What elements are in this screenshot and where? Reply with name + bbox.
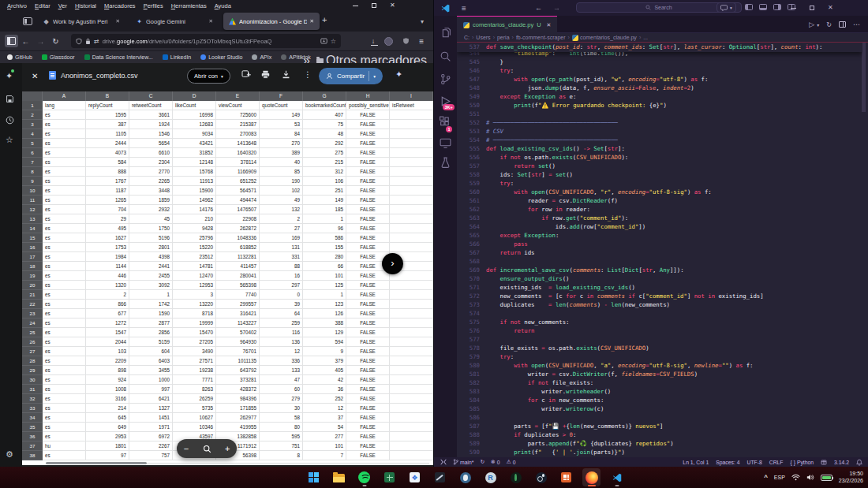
row-number[interactable]: 34 <box>22 413 43 423</box>
cell[interactable]: es <box>43 309 86 319</box>
cell[interactable]: 2 <box>260 214 303 224</box>
bookmark-github[interactable]: GitHub <box>7 54 32 60</box>
cell[interactable] <box>390 233 433 243</box>
cell[interactable]: 898 <box>86 366 129 375</box>
cell[interactable]: 9428 <box>173 224 216 233</box>
cell[interactable]: FALSE <box>346 375 390 385</box>
cell[interactable]: 7 <box>303 451 346 460</box>
cell[interactable]: 43421 <box>173 139 216 148</box>
account-shield-icon[interactable] <box>402 37 410 45</box>
maximize-icon[interactable] <box>372 3 376 8</box>
cell[interactable]: FALSE <box>346 110 390 120</box>
cell[interactable]: 595 <box>260 432 303 441</box>
cell[interactable]: 101 <box>303 441 346 451</box>
cell[interactable]: FALSE <box>346 205 390 214</box>
cell[interactable]: 297 <box>260 281 303 290</box>
column-header-G[interactable]: G <box>303 91 346 101</box>
row-number[interactable]: 14 <box>22 224 43 233</box>
reload-icon[interactable]: ↻ <box>48 37 63 46</box>
cell[interactable]: es <box>43 347 86 356</box>
cell[interactable]: 279 <box>260 394 303 404</box>
cell[interactable]: 5735 <box>173 404 216 413</box>
shield-icon[interactable] <box>76 38 82 45</box>
cell[interactable]: 60 <box>260 385 303 394</box>
cell[interactable]: 2304 <box>129 158 173 167</box>
code-line[interactable]: 546 try: <box>457 66 862 75</box>
line-number[interactable]: 550 <box>462 101 480 110</box>
more-options-icon[interactable]: ⋮ <box>304 70 312 79</box>
scrollbar-thumb[interactable] <box>46 462 147 464</box>
cell[interactable]: FALSE <box>346 385 390 394</box>
cell[interactable]: 1546 <box>129 129 173 139</box>
cell[interactable]: 25796 <box>173 233 216 243</box>
code-line[interactable]: 578 file_exists = os.path.exists(CSV_UNI… <box>457 344 862 352</box>
cell[interactable]: 136 <box>260 337 303 347</box>
code-line[interactable]: 563 if row.get("comment_id"): <box>457 214 862 222</box>
cell[interactable]: 10627 <box>173 413 216 423</box>
line-number[interactable]: 578 <box>462 344 480 352</box>
cell[interactable]: 584 <box>86 158 129 167</box>
column-header-E[interactable]: E <box>216 91 260 101</box>
cell[interactable]: 1008 <box>86 385 129 394</box>
cell[interactable]: es <box>43 394 86 404</box>
cell[interactable]: 171855 <box>216 404 260 413</box>
code-line[interactable]: 570 ensure_output_dirs() <box>457 274 862 283</box>
cell[interactable]: 2856 <box>129 328 173 337</box>
cell[interactable]: 604 <box>129 347 173 356</box>
cell[interactable]: 39 <box>260 300 303 309</box>
line-number[interactable]: 589 <box>462 439 480 448</box>
tab-close-icon[interactable]: ✕ <box>310 18 314 24</box>
code-line[interactable]: 551 <box>457 110 862 118</box>
cell[interactable]: FALSE <box>346 328 390 337</box>
line-number[interactable]: 572 <box>462 292 480 300</box>
cell[interactable]: FALSE <box>346 148 390 158</box>
header-cell[interactable]: possibly_sensitive <box>346 101 390 110</box>
menu-marcadores[interactable]: Marcadores <box>100 2 140 9</box>
cell[interactable]: 2770 <box>129 167 173 177</box>
speaker-icon[interactable] <box>806 474 814 481</box>
cell[interactable]: 1627 <box>86 233 129 243</box>
cell[interactable]: 8263 <box>173 385 216 394</box>
cell[interactable]: 123 <box>303 300 346 309</box>
cell[interactable] <box>390 205 433 214</box>
bookmark-linkedin[interactable]: LinkedIn <box>163 54 191 60</box>
explorer-icon[interactable] <box>439 26 452 39</box>
cell[interactable]: es <box>43 177 86 186</box>
cell[interactable]: 155 <box>303 243 346 252</box>
cell[interactable]: 866 <box>86 300 129 309</box>
line-number[interactable]: 575 <box>462 318 480 326</box>
cell[interactable]: es <box>43 110 86 120</box>
cell[interactable]: 1166909 <box>216 167 260 177</box>
browser-tab-anonimizacion-google-drive[interactable]: Anonimizacion - Google Drive✕ <box>223 13 320 30</box>
cell[interactable]: FALSE <box>346 139 390 148</box>
breadcrumb-item[interactable]: Users <box>476 35 490 40</box>
browser-tab-google-gemini[interactable]: ✦Google Gemini✕ <box>130 13 219 30</box>
cell[interactable]: 1753 <box>86 243 129 252</box>
code-line[interactable]: 575 if not new_comments: <box>457 318 862 326</box>
cell[interactable]: 1105 <box>86 129 129 139</box>
cell[interactable]: 388 <box>303 319 346 328</box>
cell[interactable]: FALSE <box>346 451 390 460</box>
cell[interactable]: 12148 <box>173 158 216 167</box>
line-number[interactable]: 551 <box>462 110 480 118</box>
cell[interactable]: FALSE <box>346 271 390 281</box>
row-number[interactable]: 20 <box>22 281 43 290</box>
code-line[interactable]: 557 return set() <box>457 162 862 170</box>
cell[interactable]: 1750 <box>129 224 173 233</box>
eol[interactable]: CRLF <box>769 460 784 465</box>
cell[interactable]: FALSE <box>346 120 390 129</box>
cell[interactable]: 2267 <box>129 441 173 451</box>
line-number[interactable]: 545 <box>462 58 480 66</box>
cell[interactable] <box>390 319 433 328</box>
cell[interactable]: 649 <box>86 423 129 432</box>
cell[interactable]: 12 <box>303 404 346 413</box>
cell[interactable]: 103 <box>86 347 129 356</box>
cell[interactable]: 53 <box>260 120 303 129</box>
url-bar[interactable]: ⇄ drive.google.com/drive/u/0/folders/1pZ… <box>71 34 341 48</box>
firefox-view-icon[interactable] <box>23 17 32 25</box>
cell[interactable]: 389 <box>260 148 303 158</box>
cell[interactable]: 9034 <box>173 129 216 139</box>
row-number[interactable]: 2 <box>22 110 43 120</box>
cell[interactable]: 1 <box>129 290 173 300</box>
cell[interactable]: 888 <box>86 167 129 177</box>
